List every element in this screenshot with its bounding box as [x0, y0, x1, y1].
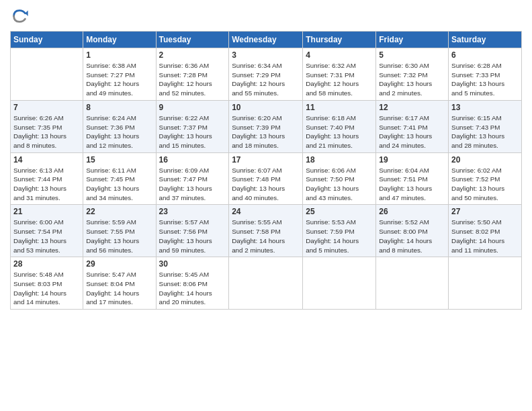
calendar-cell: 26Sunrise: 5:52 AM Sunset: 8:00 PM Dayli… — [376, 205, 449, 257]
calendar-cell: 2Sunrise: 6:36 AM Sunset: 7:28 PM Daylig… — [156, 48, 229, 101]
day-info: Sunrise: 6:30 AM Sunset: 7:32 PM Dayligh… — [379, 61, 445, 98]
weekday-header-sunday: Sunday — [11, 32, 83, 48]
day-number: 6 — [451, 50, 519, 60]
calendar-cell: 27Sunrise: 5:50 AM Sunset: 8:02 PM Dayli… — [449, 205, 522, 257]
day-info: Sunrise: 6:13 AM Sunset: 7:44 PM Dayligh… — [13, 166, 80, 203]
day-number: 2 — [159, 50, 226, 60]
calendar-cell: 5Sunrise: 6:30 AM Sunset: 7:32 PM Daylig… — [376, 48, 449, 101]
calendar-cell: 1Sunrise: 6:38 AM Sunset: 7:27 PM Daylig… — [83, 48, 156, 101]
calendar-cell: 6Sunrise: 6:28 AM Sunset: 7:33 PM Daylig… — [449, 48, 522, 101]
calendar-cell: 23Sunrise: 5:57 AM Sunset: 7:56 PM Dayli… — [156, 205, 229, 257]
day-info: Sunrise: 5:52 AM Sunset: 8:00 PM Dayligh… — [379, 218, 445, 255]
day-number: 22 — [86, 207, 152, 216]
logo-icon — [10, 7, 29, 26]
day-number: 27 — [451, 207, 519, 216]
day-info: Sunrise: 6:02 AM Sunset: 7:52 PM Dayligh… — [451, 166, 519, 203]
day-info: Sunrise: 6:34 AM Sunset: 7:29 PM Dayligh… — [232, 61, 300, 98]
day-info: Sunrise: 6:28 AM Sunset: 7:33 PM Dayligh… — [451, 61, 519, 98]
calendar-cell: 24Sunrise: 5:55 AM Sunset: 7:58 PM Dayli… — [229, 205, 303, 257]
calendar-cell: 21Sunrise: 6:00 AM Sunset: 7:54 PM Dayli… — [11, 205, 83, 257]
day-info: Sunrise: 6:17 AM Sunset: 7:41 PM Dayligh… — [379, 113, 445, 150]
day-number: 7 — [13, 103, 80, 112]
day-number: 1 — [86, 50, 152, 60]
day-info: Sunrise: 5:59 AM Sunset: 7:55 PM Dayligh… — [86, 218, 152, 255]
day-number: 30 — [159, 259, 226, 269]
day-number: 19 — [379, 155, 445, 165]
calendar-cell: 22Sunrise: 5:59 AM Sunset: 7:55 PM Dayli… — [83, 205, 156, 257]
calendar-cell: 19Sunrise: 6:04 AM Sunset: 7:51 PM Dayli… — [376, 152, 449, 205]
calendar-cell: 12Sunrise: 6:17 AM Sunset: 7:41 PM Dayli… — [376, 100, 449, 152]
day-info: Sunrise: 5:45 AM Sunset: 8:06 PM Dayligh… — [159, 270, 226, 307]
weekday-header-saturday: Saturday — [449, 32, 522, 48]
day-number: 11 — [306, 103, 373, 112]
week-row-3: 14Sunrise: 6:13 AM Sunset: 7:44 PM Dayli… — [11, 152, 522, 205]
logo — [10, 7, 30, 26]
day-number: 18 — [306, 155, 373, 165]
day-info: Sunrise: 6:20 AM Sunset: 7:39 PM Dayligh… — [232, 113, 300, 150]
day-number: 5 — [379, 50, 445, 60]
day-info: Sunrise: 6:24 AM Sunset: 7:36 PM Dayligh… — [86, 113, 152, 150]
weekday-header-tuesday: Tuesday — [156, 32, 229, 48]
day-number: 24 — [232, 207, 300, 216]
calendar-cell: 16Sunrise: 6:09 AM Sunset: 7:47 PM Dayli… — [156, 152, 229, 205]
calendar-cell: 29Sunrise: 5:47 AM Sunset: 8:04 PM Dayli… — [83, 257, 156, 310]
day-info: Sunrise: 5:57 AM Sunset: 7:56 PM Dayligh… — [159, 218, 226, 255]
day-number: 23 — [159, 207, 226, 216]
day-number: 16 — [159, 155, 226, 165]
day-info: Sunrise: 6:15 AM Sunset: 7:43 PM Dayligh… — [451, 113, 519, 150]
day-info: Sunrise: 5:53 AM Sunset: 7:59 PM Dayligh… — [306, 218, 373, 255]
calendar-cell: 28Sunrise: 5:48 AM Sunset: 8:03 PM Dayli… — [11, 257, 83, 310]
weekday-header-friday: Friday — [376, 32, 449, 48]
week-row-4: 21Sunrise: 6:00 AM Sunset: 7:54 PM Dayli… — [11, 205, 522, 257]
day-info: Sunrise: 6:36 AM Sunset: 7:28 PM Dayligh… — [159, 61, 226, 98]
day-number: 13 — [451, 103, 519, 112]
weekday-header-wednesday: Wednesday — [229, 32, 303, 48]
calendar-cell — [449, 257, 522, 310]
calendar-cell: 14Sunrise: 6:13 AM Sunset: 7:44 PM Dayli… — [11, 152, 83, 205]
day-info: Sunrise: 6:00 AM Sunset: 7:54 PM Dayligh… — [13, 218, 80, 255]
day-number: 14 — [13, 155, 80, 165]
calendar-table: SundayMondayTuesdayWednesdayThursdayFrid… — [10, 31, 522, 310]
day-info: Sunrise: 6:07 AM Sunset: 7:48 PM Dayligh… — [232, 166, 300, 203]
day-info: Sunrise: 6:26 AM Sunset: 7:35 PM Dayligh… — [13, 113, 80, 150]
calendar-cell: 3Sunrise: 6:34 AM Sunset: 7:29 PM Daylig… — [229, 48, 303, 101]
day-number: 29 — [86, 259, 152, 269]
calendar-cell: 20Sunrise: 6:02 AM Sunset: 7:52 PM Dayli… — [449, 152, 522, 205]
calendar-cell: 9Sunrise: 6:22 AM Sunset: 7:37 PM Daylig… — [156, 100, 229, 152]
weekday-header-row: SundayMondayTuesdayWednesdayThursdayFrid… — [11, 32, 522, 48]
day-number: 4 — [306, 50, 373, 60]
calendar-cell — [376, 257, 449, 310]
day-number: 3 — [232, 50, 300, 60]
week-row-2: 7Sunrise: 6:26 AM Sunset: 7:35 PM Daylig… — [11, 100, 522, 152]
day-number: 26 — [379, 207, 445, 216]
weekday-header-monday: Monday — [83, 32, 156, 48]
week-row-5: 28Sunrise: 5:48 AM Sunset: 8:03 PM Dayli… — [11, 257, 522, 310]
calendar-cell — [11, 48, 83, 101]
day-info: Sunrise: 5:48 AM Sunset: 8:03 PM Dayligh… — [13, 270, 80, 307]
day-info: Sunrise: 6:11 AM Sunset: 7:45 PM Dayligh… — [86, 166, 152, 203]
day-number: 10 — [232, 103, 300, 112]
calendar-cell: 17Sunrise: 6:07 AM Sunset: 7:48 PM Dayli… — [229, 152, 303, 205]
day-info: Sunrise: 6:22 AM Sunset: 7:37 PM Dayligh… — [159, 113, 226, 150]
day-number: 8 — [86, 103, 152, 112]
day-number: 17 — [232, 155, 300, 165]
calendar-cell: 30Sunrise: 5:45 AM Sunset: 8:06 PM Dayli… — [156, 257, 229, 310]
calendar-cell: 11Sunrise: 6:18 AM Sunset: 7:40 PM Dayli… — [303, 100, 376, 152]
day-number: 20 — [451, 155, 519, 165]
day-number: 28 — [13, 259, 80, 269]
weekday-header-thursday: Thursday — [303, 32, 376, 48]
day-info: Sunrise: 6:38 AM Sunset: 7:27 PM Dayligh… — [86, 61, 152, 98]
day-info: Sunrise: 5:55 AM Sunset: 7:58 PM Dayligh… — [232, 218, 300, 255]
header — [10, 7, 522, 26]
day-info: Sunrise: 5:50 AM Sunset: 8:02 PM Dayligh… — [451, 218, 519, 255]
day-info: Sunrise: 6:18 AM Sunset: 7:40 PM Dayligh… — [306, 113, 373, 150]
calendar-cell: 18Sunrise: 6:06 AM Sunset: 7:50 PM Dayli… — [303, 152, 376, 205]
day-number: 25 — [306, 207, 373, 216]
calendar-cell — [229, 257, 303, 310]
day-info: Sunrise: 6:09 AM Sunset: 7:47 PM Dayligh… — [159, 166, 226, 203]
calendar-cell: 7Sunrise: 6:26 AM Sunset: 7:35 PM Daylig… — [11, 100, 83, 152]
day-info: Sunrise: 6:04 AM Sunset: 7:51 PM Dayligh… — [379, 166, 445, 203]
calendar-cell: 25Sunrise: 5:53 AM Sunset: 7:59 PM Dayli… — [303, 205, 376, 257]
calendar-cell: 10Sunrise: 6:20 AM Sunset: 7:39 PM Dayli… — [229, 100, 303, 152]
day-info: Sunrise: 6:32 AM Sunset: 7:31 PM Dayligh… — [306, 61, 373, 98]
